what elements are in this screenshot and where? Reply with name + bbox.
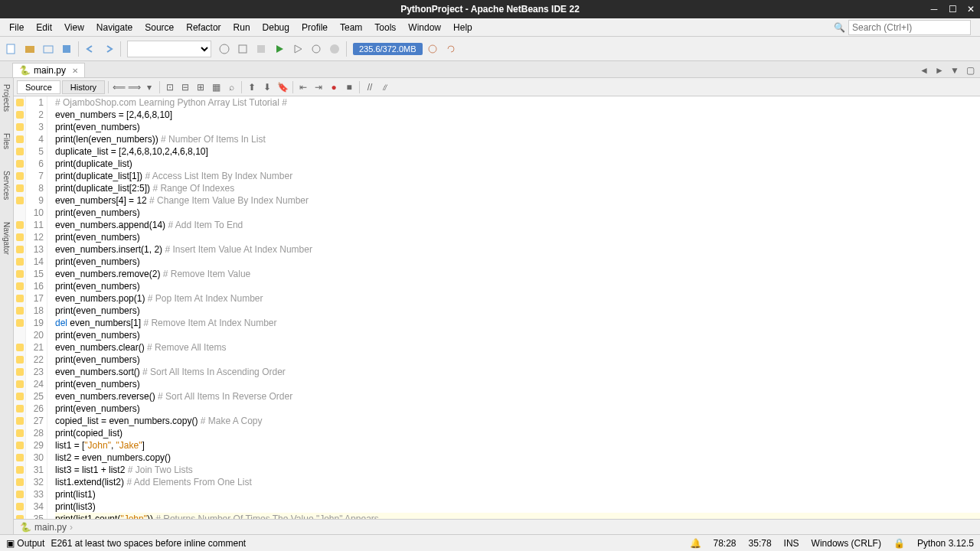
- code-lines[interactable]: # OjamboShop.com Learning Python Array L…: [47, 96, 980, 519]
- globe-icon[interactable]: [216, 41, 233, 57]
- menu-profile[interactable]: Profile: [296, 21, 334, 34]
- toolbar-separator: [120, 41, 121, 57]
- toolbar-separator: [78, 41, 79, 57]
- find-icon[interactable]: ⌕: [224, 80, 238, 94]
- file-tab-label: main.py: [34, 65, 66, 76]
- toggle-bookmark-icon[interactable]: 🔖: [276, 80, 289, 94]
- run-button[interactable]: [271, 41, 288, 57]
- menu-file[interactable]: File: [3, 21, 30, 34]
- gc-button[interactable]: [424, 41, 441, 57]
- cursor-position: 35:78: [749, 538, 772, 549]
- window-title: PythonProject - Apache NetBeans IDE 22: [400, 4, 580, 15]
- menu-debug[interactable]: Debug: [256, 21, 296, 34]
- new-file-button[interactable]: [3, 41, 20, 57]
- debug-button[interactable]: [289, 41, 306, 57]
- svg-rect-0: [7, 44, 15, 54]
- tab-source[interactable]: Source: [17, 80, 60, 94]
- nav-fwd-icon[interactable]: ⟹: [127, 80, 141, 94]
- notifications-icon[interactable]: 🔔: [690, 538, 701, 549]
- find-next-icon[interactable]: ⊞: [194, 80, 207, 94]
- search-icon: 🔍: [834, 22, 845, 33]
- close-button[interactable]: ✕: [962, 0, 980, 18]
- svg-rect-5: [239, 45, 247, 53]
- nav-back-icon[interactable]: ⟸: [112, 80, 126, 94]
- breadcrumb-item[interactable]: main.py: [34, 522, 67, 533]
- python-file-icon: 🐍: [19, 65, 31, 76]
- redo-button[interactable]: [100, 41, 117, 57]
- menu-window[interactable]: Window: [402, 21, 447, 34]
- new-project-button[interactable]: [21, 41, 38, 57]
- rail-projects[interactable]: Projects: [2, 81, 11, 115]
- python-version[interactable]: Python 3.12.5: [917, 538, 974, 549]
- rail-services[interactable]: Services: [2, 168, 11, 203]
- toggle-highlight-icon[interactable]: ▦: [209, 80, 223, 94]
- nav-dropdown-icon[interactable]: ▾: [142, 80, 156, 94]
- maximize-button[interactable]: ☐: [943, 0, 962, 18]
- file-tab-main-py[interactable]: 🐍 main.py ✕: [12, 63, 85, 77]
- rail-navigator[interactable]: Navigator: [2, 219, 11, 258]
- find-prev-icon[interactable]: ⊟: [178, 80, 192, 94]
- build-button[interactable]: [234, 41, 251, 57]
- menu-source[interactable]: Source: [139, 21, 180, 34]
- uncomment-icon[interactable]: ⫽: [378, 80, 392, 94]
- editor-pane: Source History ⟸ ⟹ ▾ ⊡ ⊟ ⊞ ▦ ⌕ ⬆ ⬇ 🔖 ⇤ ⇥…: [14, 78, 980, 534]
- python-file-icon: 🐍: [20, 522, 31, 533]
- svg-rect-3: [63, 45, 70, 53]
- clean-build-button[interactable]: [253, 41, 270, 57]
- comment-icon[interactable]: //: [363, 80, 377, 94]
- macro-record-icon[interactable]: ●: [327, 80, 341, 94]
- svg-rect-2: [44, 46, 53, 53]
- tabs-scroll-right-icon[interactable]: ►: [933, 64, 946, 77]
- minimize-button[interactable]: ─: [925, 0, 943, 18]
- menu-edit[interactable]: Edit: [30, 21, 58, 34]
- prev-bookmark-icon[interactable]: ⬆: [245, 80, 259, 94]
- toolbar-separator: [159, 81, 160, 93]
- toolbar-separator: [359, 81, 360, 93]
- toolbar-separator: [346, 41, 347, 57]
- toolbar-separator: [108, 81, 109, 93]
- rail-files[interactable]: Files: [2, 130, 11, 152]
- menu-navigate[interactable]: Navigate: [90, 21, 139, 34]
- shift-left-icon[interactable]: ⇤: [296, 80, 310, 94]
- tabs-dropdown-icon[interactable]: ▼: [948, 64, 962, 77]
- menu-tools[interactable]: Tools: [368, 21, 402, 34]
- status-time: 78:28: [714, 538, 737, 549]
- svg-rect-6: [257, 45, 265, 53]
- menu-team[interactable]: Team: [334, 21, 368, 34]
- menu-run[interactable]: Run: [227, 21, 256, 34]
- close-tab-icon[interactable]: ✕: [72, 67, 78, 75]
- menu-refactor[interactable]: Refactor: [180, 21, 227, 34]
- undo-button[interactable]: [82, 41, 99, 57]
- refresh-button[interactable]: [443, 41, 459, 57]
- code-editor[interactable]: 1234567891011121314151617181920212223242…: [14, 96, 980, 519]
- output-toggle[interactable]: ▣ Output: [6, 538, 44, 549]
- macro-stop-icon[interactable]: ■: [342, 80, 356, 94]
- shift-right-icon[interactable]: ⇥: [312, 80, 325, 94]
- lint-message: E261 at least two spaces before inline c…: [51, 538, 246, 549]
- svg-point-4: [220, 44, 229, 54]
- chevron-right-icon: ›: [70, 522, 73, 533]
- file-tabs-row: 🐍 main.py ✕ ◄ ► ▼ ▢: [0, 61, 980, 78]
- line-ending[interactable]: Windows (CRLF): [812, 538, 881, 549]
- tab-history[interactable]: History: [62, 80, 105, 94]
- config-dropdown[interactable]: [127, 41, 211, 57]
- find-selection-icon[interactable]: ⊡: [163, 80, 177, 94]
- global-search: 🔍: [834, 20, 977, 35]
- stop-button[interactable]: [326, 41, 343, 57]
- search-input[interactable]: [848, 20, 971, 35]
- next-bookmark-icon[interactable]: ⬇: [260, 80, 274, 94]
- window-controls: ─ ☐ ✕: [925, 0, 980, 18]
- tabs-scroll-left-icon[interactable]: ◄: [917, 64, 931, 77]
- menu-help[interactable]: Help: [447, 21, 479, 34]
- memory-indicator[interactable]: 235.6/372.0MB: [353, 43, 423, 55]
- save-all-button[interactable]: [58, 41, 75, 57]
- editor-sub-tabs: Source History ⟸ ⟹ ▾ ⊡ ⊟ ⊞ ▦ ⌕ ⬆ ⬇ 🔖 ⇤ ⇥…: [14, 78, 980, 96]
- status-bar: ▣ Output E261 at least two spaces before…: [0, 534, 980, 551]
- editor-breadcrumb: 🐍 main.py ›: [14, 519, 980, 534]
- insert-mode[interactable]: INS: [784, 538, 799, 549]
- menu-view[interactable]: View: [58, 21, 90, 34]
- open-button[interactable]: [40, 41, 57, 57]
- maximize-editor-icon[interactable]: ▢: [963, 64, 977, 77]
- profile-button[interactable]: [308, 41, 325, 57]
- svg-point-8: [330, 44, 339, 54]
